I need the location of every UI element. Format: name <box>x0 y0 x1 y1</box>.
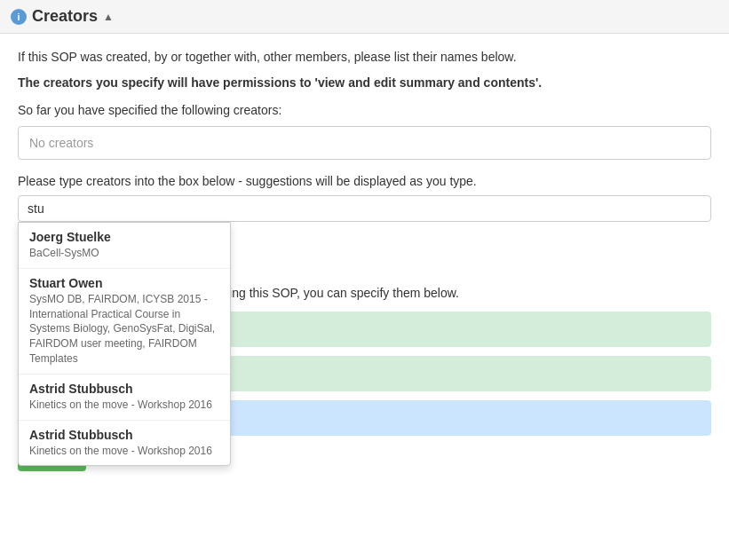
no-creators-display: No creators <box>18 126 711 160</box>
creator-search-input[interactable] <box>18 195 711 222</box>
suggestion-item-0[interactable]: Joerg Stuelke BaCell-SysMO <box>19 223 230 269</box>
page-title: Creators <box>32 7 98 26</box>
type-hint-text: Please type creators into the box below … <box>18 174 711 188</box>
suggestion-detail-0: BaCell-SysMO <box>29 246 219 261</box>
suggestion-name-1: Stuart Owen <box>29 276 219 290</box>
suggestion-name-3: Astrid Stubbusch <box>29 428 219 442</box>
content-area: If this SOP was created, by or together … <box>0 34 729 485</box>
creators-header: i Creators ▲ <box>0 0 729 34</box>
suggestion-detail-3: Kinetics on the move - Workshop 2016 <box>29 444 219 459</box>
chevron-up-icon[interactable]: ▲ <box>103 11 114 23</box>
suggestion-item-1[interactable]: Stuart Owen SysMO DB, FAIRDOM, ICYSB 201… <box>19 269 230 375</box>
creator-search-wrapper: Joerg Stuelke BaCell-SysMO Stuart Owen S… <box>18 195 711 222</box>
suggestion-name-2: Astrid Stubbusch <box>29 382 219 396</box>
suggestion-item-3[interactable]: Astrid Stubbusch Kinetics on the move - … <box>19 421 230 466</box>
info-icon: i <box>11 9 27 25</box>
description-line1: If this SOP was created, by or together … <box>18 48 711 67</box>
suggestion-item-2[interactable]: Astrid Stubbusch Kinetics on the move - … <box>19 375 230 421</box>
suggestions-dropdown: Joerg Stuelke BaCell-SysMO Stuart Owen S… <box>18 222 231 466</box>
suggestion-name-0: Joerg Stuelke <box>29 230 219 244</box>
so-far-label: So far you have specified the following … <box>18 103 711 117</box>
description-line2: The creators you specify will have permi… <box>18 74 711 92</box>
suggestion-detail-1: SysMO DB, FAIRDOM, ICYSB 2015 - Internat… <box>29 292 219 367</box>
suggestion-detail-2: Kinetics on the move - Workshop 2016 <box>29 398 219 413</box>
